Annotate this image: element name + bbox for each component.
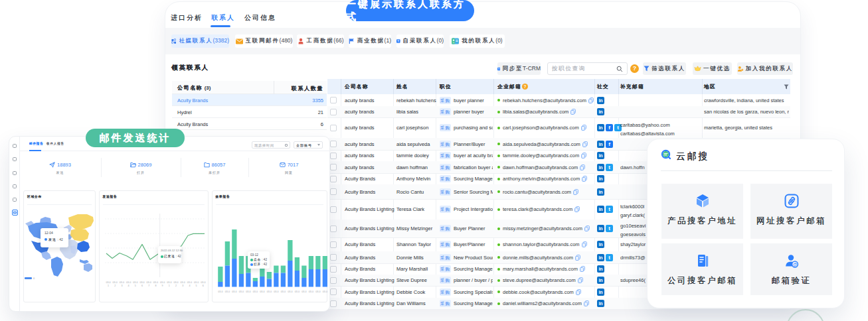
svg-text:03-0: 03-0 [253, 290, 258, 293]
svg-text:03-0: 03-0 [302, 290, 306, 293]
svg-text:03-0: 03-0 [260, 290, 264, 293]
svg-text:03-0: 03-0 [225, 290, 230, 293]
svg-text:03-0: 03-0 [295, 290, 300, 293]
svg-text:03-0: 03-0 [246, 290, 250, 293]
svg-text:03-0: 03-0 [309, 290, 313, 293]
svg-text:03-0: 03-0 [281, 290, 286, 293]
svg-text:03-0: 03-0 [218, 290, 222, 293]
svg-text:03-0: 03-0 [274, 290, 278, 293]
svg-text:03-0: 03-0 [288, 290, 292, 293]
svg-text:03-0: 03-0 [323, 290, 327, 293]
svg-text:03-0: 03-0 [232, 290, 236, 293]
svg-text:03-0: 03-0 [315, 290, 320, 293]
svg-text:03-0: 03-0 [239, 290, 244, 293]
svg-text:@: @ [792, 262, 797, 267]
svg-text:03-0: 03-0 [267, 290, 272, 293]
